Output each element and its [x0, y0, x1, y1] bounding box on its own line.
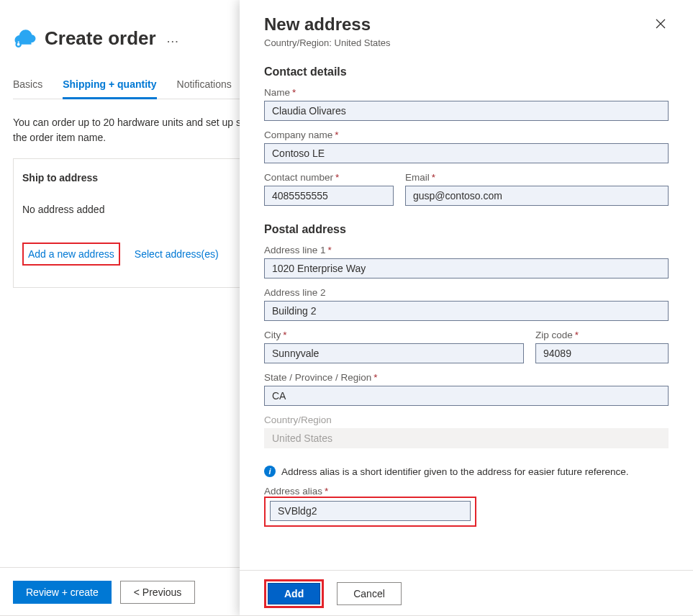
address-line-1-label: Address line 1*: [264, 245, 669, 255]
review-create-button[interactable]: Review + create: [13, 581, 112, 604]
address-alias-label: Address alias*: [264, 486, 669, 497]
panel-subtitle: Country/Region: United States: [264, 37, 391, 48]
state-field[interactable]: [264, 386, 669, 406]
address-line-2-label: Address line 2: [264, 287, 669, 298]
name-label: Name*: [264, 87, 669, 98]
company-label: Company name*: [264, 130, 669, 140]
panel-title: New address: [264, 14, 391, 35]
state-label: State / Province / Region*: [264, 372, 669, 383]
zip-field[interactable]: [535, 343, 669, 363]
select-addresses-link[interactable]: Select address(es): [135, 248, 219, 260]
contact-details-heading: Contact details: [264, 65, 669, 78]
cancel-button[interactable]: Cancel: [337, 582, 402, 605]
tab-shipping-quantity[interactable]: Shipping + quantity: [63, 78, 156, 99]
company-field[interactable]: [264, 143, 669, 163]
add-new-address-link[interactable]: Add a new address: [28, 248, 114, 260]
panel-footer: Add Cancel: [240, 570, 693, 616]
address-line-2-field[interactable]: [264, 301, 669, 321]
city-label: City*: [264, 330, 524, 340]
svg-point-1: [17, 42, 20, 45]
postal-address-heading: Postal address: [264, 223, 669, 236]
tab-notifications[interactable]: Notifications: [177, 78, 232, 99]
svg-rect-2: [18, 41, 19, 42]
azure-cloud-icon: [13, 28, 37, 50]
alias-info-text: Address alias is a short identifier give…: [281, 466, 629, 477]
country-label: Country/Region: [264, 415, 669, 425]
email-field[interactable]: [405, 186, 669, 206]
new-address-panel: New address Country/Region: United State…: [240, 0, 693, 616]
zip-label: Zip code*: [535, 330, 669, 340]
country-field: United States: [264, 428, 669, 448]
info-icon: i: [264, 466, 276, 477]
page-title: Create order: [45, 27, 156, 50]
address-line-1-field[interactable]: [264, 258, 669, 278]
email-label: Email*: [405, 172, 669, 183]
more-actions-button[interactable]: …: [166, 31, 180, 46]
name-field[interactable]: [264, 101, 669, 121]
previous-button[interactable]: < Previous: [120, 581, 196, 604]
city-field[interactable]: [264, 343, 524, 363]
address-alias-field[interactable]: [270, 501, 471, 521]
add-button[interactable]: Add: [268, 583, 320, 604]
close-icon[interactable]: [653, 17, 669, 33]
contact-number-field[interactable]: [264, 186, 394, 206]
tab-basics[interactable]: Basics: [13, 78, 42, 99]
contact-number-label: Contact number*: [264, 172, 394, 183]
